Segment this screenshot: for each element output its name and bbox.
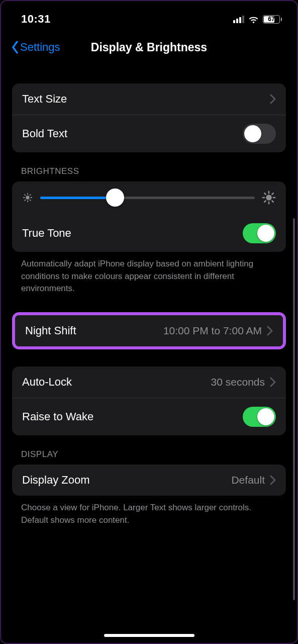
back-button[interactable]: Settings <box>11 40 60 54</box>
text-size-label: Text Size <box>22 93 67 106</box>
svg-line-8 <box>30 195 31 195</box>
svg-line-14 <box>264 193 265 194</box>
brightness-slider[interactable] <box>40 197 255 199</box>
chevron-right-icon <box>270 377 276 387</box>
svg-line-17 <box>272 193 273 194</box>
chevron-right-icon <box>270 475 276 485</box>
auto-lock-value: 30 seconds <box>211 376 265 388</box>
scroll-indicator[interactable] <box>293 218 295 600</box>
settings-content: Text Size Bold Text BRIGHTNESS <box>1 64 297 546</box>
svg-line-5 <box>25 195 25 195</box>
night-shift-label: Night Shift <box>25 324 76 337</box>
text-group: Text Size Bold Text <box>12 83 286 152</box>
battery-icon: 67 <box>263 15 282 24</box>
true-tone-footer: Automatically adapt iPhone display based… <box>12 252 286 295</box>
night-shift-value: 10:00 PM to 7:00 AM <box>163 325 262 337</box>
display-zoom-label: Display Zoom <box>22 474 89 487</box>
home-indicator[interactable] <box>104 634 194 637</box>
display-header: DISPLAY <box>12 435 286 465</box>
back-label: Settings <box>20 41 60 54</box>
chevron-right-icon <box>267 326 273 336</box>
raise-to-wake-row[interactable]: Raise to Wake <box>12 398 286 435</box>
status-icons: 67 <box>233 15 282 24</box>
lock-group: Auto-Lock 30 seconds Raise to Wake <box>12 366 286 435</box>
svg-line-16 <box>264 201 265 202</box>
svg-point-0 <box>26 196 29 199</box>
wifi-icon <box>248 16 259 23</box>
raise-to-wake-toggle[interactable] <box>243 407 276 427</box>
brightness-group: True Tone <box>12 181 286 252</box>
night-shift-highlight: Night Shift 10:00 PM to 7:00 AM <box>12 312 286 349</box>
page-title: Display & Brightness <box>91 41 207 54</box>
brightness-header: BRIGHTNESS <box>12 152 286 181</box>
sun-low-icon <box>22 192 33 203</box>
night-shift-row[interactable]: Night Shift 10:00 PM to 7:00 AM <box>15 315 283 346</box>
raise-to-wake-label: Raise to Wake <box>22 410 93 423</box>
brightness-slider-row <box>12 181 286 215</box>
display-zoom-value: Default <box>231 474 265 486</box>
true-tone-toggle[interactable] <box>243 223 276 243</box>
cellular-icon <box>233 15 244 23</box>
display-zoom-row[interactable]: Display Zoom Default <box>12 465 286 496</box>
text-size-row[interactable]: Text Size <box>12 83 286 115</box>
nav-header: Settings Display & Brightness <box>1 31 297 64</box>
status-time: 10:31 <box>21 13 51 26</box>
bold-text-toggle[interactable] <box>243 124 276 144</box>
display-zoom-footer: Choose a view for iPhone. Larger Text sh… <box>12 496 286 526</box>
status-bar: 10:31 67 <box>1 1 297 31</box>
chevron-right-icon <box>270 94 276 104</box>
svg-line-6 <box>30 200 31 201</box>
chevron-left-icon <box>11 40 19 54</box>
svg-point-9 <box>266 195 272 201</box>
auto-lock-row[interactable]: Auto-Lock 30 seconds <box>12 366 286 398</box>
display-group: Display Zoom Default <box>12 465 286 496</box>
true-tone-row[interactable]: True Tone <box>12 215 286 252</box>
true-tone-label: True Tone <box>22 227 71 240</box>
svg-line-15 <box>272 201 273 202</box>
bold-text-row[interactable]: Bold Text <box>12 115 286 152</box>
night-shift-group: Night Shift 10:00 PM to 7:00 AM <box>15 315 283 346</box>
bold-text-label: Bold Text <box>22 127 67 140</box>
auto-lock-label: Auto-Lock <box>22 376 72 389</box>
svg-line-7 <box>25 200 25 201</box>
sun-high-icon <box>262 191 276 205</box>
